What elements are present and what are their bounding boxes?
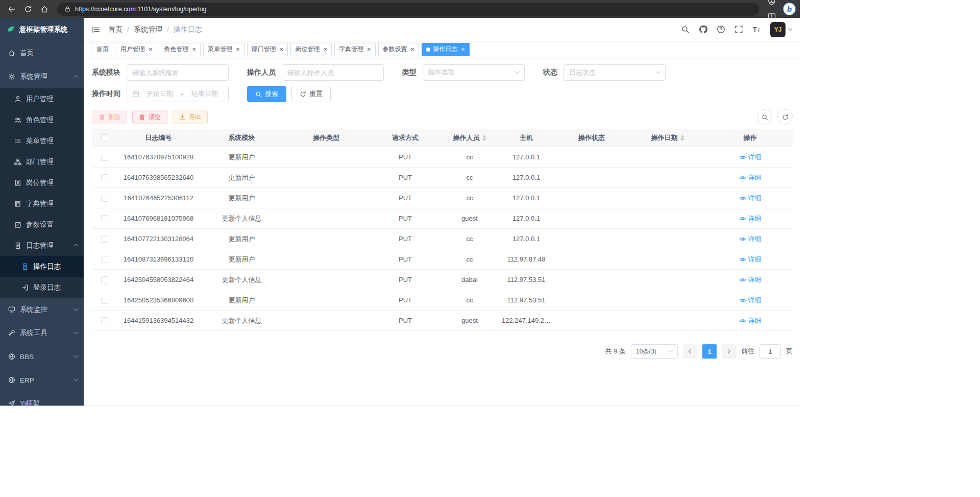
- status-select[interactable]: 日志状态: [564, 64, 666, 81]
- breadcrumb-separator: /: [127, 26, 129, 34]
- sidebar-item-oper-log[interactable]: 操作日志: [0, 256, 84, 277]
- date-range-input[interactable]: 开始日期 - 结束日期: [127, 86, 229, 102]
- detail-link[interactable]: 详细: [739, 173, 762, 182]
- next-page-button[interactable]: [722, 344, 736, 359]
- toggle-search-button[interactable]: [757, 109, 772, 125]
- breadcrumb-item[interactable]: 系统管理: [134, 25, 162, 34]
- refresh-table-button[interactable]: [777, 109, 793, 125]
- row-checkbox[interactable]: [101, 235, 108, 243]
- sidebar-item-dept-mgmt[interactable]: 部门管理: [0, 151, 84, 172]
- search-icon[interactable]: [681, 25, 690, 34]
- sidebar-item-sys-tools[interactable]: 系统工具: [0, 321, 84, 345]
- address-bar[interactable]: https://ccnetcore.com:1101/system/log/op…: [57, 3, 759, 16]
- column-header[interactable]: 操作人员: [442, 129, 497, 147]
- row-checkbox[interactable]: [101, 174, 108, 181]
- sidebar-item-home[interactable]: 首页: [0, 41, 84, 65]
- sort-caret-icon[interactable]: [680, 135, 684, 141]
- breadcrumb-item[interactable]: 首页: [108, 25, 122, 34]
- tab-oper-log[interactable]: 操作日志×: [422, 43, 470, 56]
- row-checkbox[interactable]: [101, 317, 108, 324]
- sidebar-item-user-mgmt[interactable]: 用户管理: [0, 88, 84, 109]
- sort-caret-icon[interactable]: [482, 135, 486, 141]
- close-icon[interactable]: ×: [236, 46, 240, 53]
- bing-copilot-icon[interactable]: b: [783, 3, 796, 15]
- clear-button[interactable]: 清空: [132, 110, 167, 124]
- detail-link[interactable]: 详细: [739, 214, 762, 223]
- reload-button[interactable]: [20, 2, 36, 16]
- tree-icon: [14, 158, 21, 165]
- detail-link[interactable]: 详细: [739, 296, 762, 305]
- detail-link[interactable]: 详细: [739, 275, 762, 285]
- row-checkbox[interactable]: [101, 256, 108, 263]
- send-icon: [8, 400, 15, 406]
- close-icon[interactable]: ×: [323, 46, 327, 53]
- user-avatar-menu[interactable]: YJ: [770, 22, 792, 37]
- doc-icon: [21, 263, 29, 270]
- page-1-button[interactable]: 1: [702, 344, 717, 359]
- sidebar-item-menu-mgmt[interactable]: 菜单管理: [0, 130, 84, 151]
- row-checkbox[interactable]: [101, 154, 108, 161]
- page-size-select[interactable]: 10条/页: [631, 344, 678, 359]
- question-icon[interactable]: [717, 25, 725, 34]
- sidebar-item-system-mgmt[interactable]: 系统管理: [0, 65, 84, 88]
- type-select[interactable]: 操作类型: [423, 64, 525, 81]
- cell-method: PUT: [369, 168, 442, 187]
- row-checkbox[interactable]: [101, 215, 108, 222]
- font-size-icon[interactable]: TT: [752, 25, 761, 34]
- export-button[interactable]: 导出: [173, 110, 208, 124]
- github-icon[interactable]: [699, 25, 707, 34]
- prev-page-button[interactable]: [683, 344, 697, 359]
- detail-link[interactable]: 详细: [739, 255, 762, 264]
- sidebar-toggle-icon[interactable]: [92, 26, 100, 34]
- sidebar-item-login-log[interactable]: 登录日志: [0, 277, 84, 298]
- trash-icon: [99, 114, 105, 121]
- row-checkbox[interactable]: [101, 195, 108, 202]
- detail-link[interactable]: 详细: [739, 234, 762, 244]
- tab-menu-mgmt[interactable]: 菜单管理×: [203, 43, 244, 56]
- tab-home[interactable]: 首页: [92, 43, 113, 56]
- edit-icon: [14, 221, 21, 228]
- sidebar-item-label: 部门管理: [26, 157, 54, 167]
- column-header[interactable]: 操作日期: [628, 129, 707, 147]
- row-checkbox[interactable]: [101, 276, 108, 283]
- select-all-checkbox[interactable]: [101, 134, 108, 141]
- detail-link[interactable]: 详细: [739, 316, 762, 325]
- sidebar-item-yi-framework[interactable]: Yi框架: [0, 392, 84, 406]
- delete-button[interactable]: 删除: [92, 110, 127, 124]
- detail-link[interactable]: 详细: [739, 194, 762, 203]
- sidebar-item-role-mgmt[interactable]: 角色管理: [0, 109, 84, 130]
- row-checkbox[interactable]: [101, 297, 108, 304]
- close-icon[interactable]: ×: [192, 46, 197, 53]
- back-button[interactable]: [4, 2, 19, 16]
- operator-input[interactable]: [282, 64, 384, 81]
- tab-dict-mgmt[interactable]: 字典管理×: [334, 43, 376, 56]
- detail-link[interactable]: 详细: [739, 153, 762, 162]
- sidebar-item-log-mgmt[interactable]: 日志管理: [0, 235, 84, 256]
- sidebar-item-bbs[interactable]: BBS: [0, 345, 84, 368]
- close-icon[interactable]: ×: [149, 46, 153, 53]
- sidebar-item-erp[interactable]: ERP: [0, 368, 84, 392]
- fullscreen-icon[interactable]: [734, 25, 743, 34]
- search-button[interactable]: 搜索: [247, 86, 286, 102]
- sidebar-item-post-mgmt[interactable]: 岗位管理: [0, 172, 84, 193]
- tab-post-mgmt[interactable]: 岗位管理×: [290, 43, 332, 56]
- essentials-button[interactable]: [764, 0, 779, 9]
- close-icon[interactable]: ×: [461, 46, 465, 53]
- close-icon[interactable]: ×: [411, 46, 415, 53]
- close-icon[interactable]: ×: [367, 46, 371, 53]
- close-icon[interactable]: ×: [280, 46, 284, 53]
- tab-label: 操作日志: [433, 45, 457, 54]
- tab-param-settings[interactable]: 参数设置×: [378, 43, 420, 56]
- module-input[interactable]: [127, 64, 229, 81]
- sidebar-item-sys-monitor[interactable]: 系统监控: [0, 298, 84, 321]
- tab-dept-mgmt[interactable]: 部门管理×: [247, 43, 288, 56]
- avatar[interactable]: YJ: [770, 22, 786, 37]
- cell-operator: dabai: [442, 270, 497, 290]
- reset-button[interactable]: 重置: [291, 86, 331, 102]
- tab-user-mgmt[interactable]: 用户管理×: [116, 43, 157, 56]
- sidebar-item-dict-mgmt[interactable]: 字典管理: [0, 193, 84, 214]
- sidebar-item-param-settings[interactable]: 参数设置: [0, 214, 84, 235]
- tab-role-mgmt[interactable]: 角色管理×: [160, 43, 201, 56]
- goto-page-input[interactable]: [760, 344, 781, 359]
- home-button[interactable]: [37, 2, 52, 16]
